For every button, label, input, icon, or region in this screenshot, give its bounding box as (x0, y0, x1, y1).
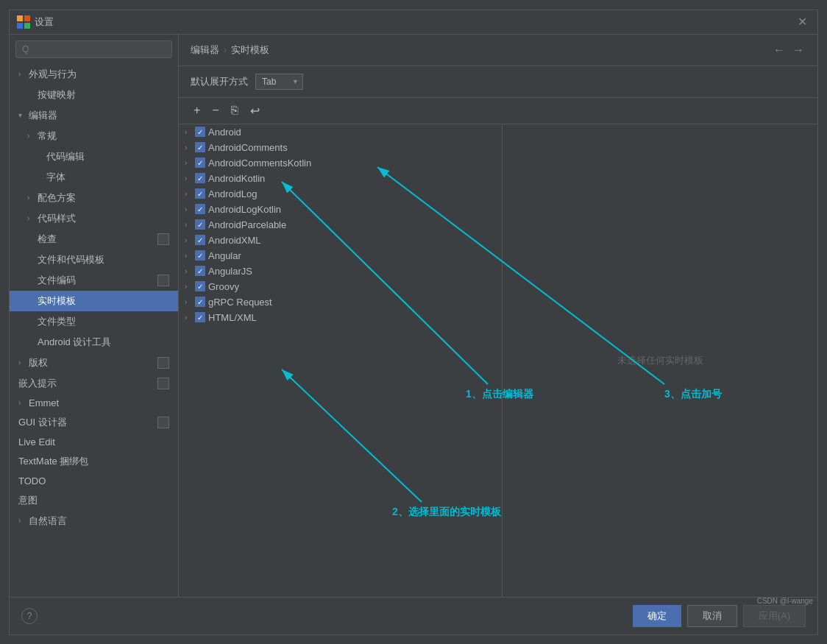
sidebar-item-label: Android 设计工具 (38, 336, 111, 349)
chevron-icon: › (185, 221, 192, 229)
template-item[interactable]: ›✓Angular (179, 248, 502, 263)
chevron-icon: › (18, 70, 26, 78)
cancel-button[interactable]: 取消 (687, 605, 737, 627)
template-checkbox[interactable]: ✓ (195, 158, 205, 168)
sidebar-item-general[interactable]: ›常规 (10, 126, 178, 146)
settings-badge (157, 233, 169, 245)
template-name: Angular (208, 250, 241, 261)
app-icon (17, 15, 30, 29)
bottom-bar: ? 确定 取消 应用(A) (10, 597, 817, 634)
sidebar-item-editor[interactable]: ▾编辑器 (10, 105, 178, 126)
sidebar-item-color-scheme[interactable]: ›配色方案 (10, 188, 178, 208)
template-checkbox[interactable]: ✓ (195, 250, 205, 261)
chevron-icon: › (185, 190, 192, 198)
nav-forward-button[interactable]: → (791, 42, 806, 58)
template-checkbox[interactable]: ✓ (195, 266, 205, 276)
add-button[interactable]: + (191, 102, 203, 118)
settings-row: 默认展开方式 Tab Space Enter (179, 66, 817, 98)
template-items-container: ›✓Android›✓AndroidComments›✓AndroidComme… (179, 124, 502, 325)
sidebar-item-label: 意图 (18, 494, 38, 507)
sidebar-item-label: 文件编码 (38, 274, 76, 287)
sidebar-item-inspections[interactable]: 检查 (10, 229, 178, 250)
sidebar-item-label: Live Edit (18, 436, 55, 447)
template-item[interactable]: ›✓Groovy (179, 279, 502, 294)
template-checkbox[interactable]: ✓ (195, 297, 205, 307)
sidebar-item-appearance[interactable]: ›外观与行为 (10, 64, 178, 85)
content-area: ›外观与行为按键映射▾编辑器›常规代码编辑字体›配色方案›代码样式检查文件和代码… (10, 35, 817, 597)
template-item[interactable]: ›✓AndroidComments (179, 140, 502, 155)
sidebar-item-live-edit[interactable]: Live Edit (10, 433, 178, 451)
dialog-title: 设置 (35, 15, 54, 29)
chevron-icon: › (27, 214, 35, 222)
remove-button[interactable]: − (209, 102, 221, 118)
nav-back-button[interactable]: ← (772, 42, 787, 58)
template-checkbox[interactable]: ✓ (195, 173, 205, 183)
sidebar-item-android-design[interactable]: Android 设计工具 (10, 332, 178, 353)
sidebar-item-gui-designer[interactable]: GUI 设计器 (10, 412, 178, 433)
sidebar-item-file-templates[interactable]: 文件和代码模板 (10, 250, 178, 270)
template-item[interactable]: ›✓gRPC Request (179, 294, 502, 310)
sidebar-item-natural-lang[interactable]: ›自然语言 (10, 511, 178, 531)
sidebar-item-file-encodings[interactable]: 文件编码 (10, 270, 178, 291)
template-item[interactable]: ›✓AngularJS (179, 263, 502, 279)
sidebar-item-label: 文件类型 (38, 315, 76, 328)
template-item[interactable]: ›✓AndroidLogKotlin (179, 202, 502, 217)
template-section: ›✓Android›✓AndroidComments›✓AndroidComme… (179, 124, 503, 597)
sidebar-item-textmate[interactable]: TextMate 捆绑包 (10, 451, 178, 472)
expand-label: 默认展开方式 (191, 75, 248, 88)
expand-select[interactable]: Tab Space Enter (255, 74, 303, 90)
close-button[interactable]: ✕ (795, 15, 810, 29)
template-item[interactable]: ›✓AndroidParcelable (179, 217, 502, 233)
sidebar-item-code-style[interactable]: ›代码样式 (10, 208, 178, 229)
template-item[interactable]: ›✓HTML/XML (179, 310, 502, 325)
sidebar-item-keymap[interactable]: 按键映射 (10, 85, 178, 105)
sidebar-item-todo[interactable]: TODO (10, 472, 178, 490)
chevron-icon: › (185, 159, 192, 167)
template-item[interactable]: ›✓Android (179, 124, 502, 140)
expand-select-wrapper: Tab Space Enter (255, 74, 303, 90)
empty-panel: 未选择任何实时模板 (503, 124, 817, 597)
template-checkbox[interactable]: ✓ (195, 142, 205, 152)
sidebar-item-emmet[interactable]: ›Emmet (10, 394, 178, 412)
template-checkbox[interactable]: ✓ (195, 312, 205, 322)
sidebar-item-live-templates[interactable]: 实时模板 (10, 291, 178, 311)
sidebar-item-label: TODO (18, 475, 46, 486)
template-checkbox[interactable]: ✓ (195, 219, 205, 230)
chevron-icon: › (185, 314, 192, 322)
template-name: AndroidParcelable (208, 219, 286, 230)
sidebar-item-embedded-prompts[interactable]: 嵌入提示 (10, 373, 178, 394)
sidebar-item-label: 实时模板 (38, 294, 76, 308)
template-checkbox[interactable]: ✓ (195, 235, 205, 245)
sidebar-item-label: 字体 (46, 171, 65, 184)
chevron-icon: › (185, 298, 192, 306)
template-checkbox[interactable]: ✓ (195, 188, 205, 199)
ok-button[interactable]: 确定 (633, 605, 681, 627)
reset-button[interactable]: ↩ (247, 102, 263, 119)
sidebar-item-label: 外观与行为 (29, 68, 77, 81)
template-item[interactable]: ›✓AndroidLog (179, 186, 502, 202)
sidebar-item-copyright[interactable]: ›版权 (10, 353, 178, 373)
sidebar-item-font[interactable]: 字体 (10, 167, 178, 188)
sidebar-item-file-types[interactable]: 文件类型 (10, 311, 178, 332)
sidebar-item-intentions[interactable]: 意图 (10, 490, 178, 511)
template-name: Groovy (208, 281, 239, 292)
help-button[interactable]: ? (21, 608, 38, 624)
template-item[interactable]: ›✓AndroidCommentsKotlin (179, 155, 502, 171)
search-input[interactable] (15, 40, 172, 58)
sidebar-item-label: 代码样式 (38, 212, 76, 225)
main-split: ›✓Android›✓AndroidComments›✓AndroidComme… (179, 124, 817, 597)
template-checkbox[interactable]: ✓ (195, 127, 205, 137)
title-bar: 设置 ✕ (10, 10, 817, 35)
template-item[interactable]: ›✓AndroidXML (179, 233, 502, 248)
svg-rect-3 (24, 23, 30, 29)
template-item[interactable]: ›✓AndroidKotlin (179, 171, 502, 186)
copy-button[interactable]: ⎘ (228, 102, 241, 118)
sidebar-item-code-editing[interactable]: 代码编辑 (10, 146, 178, 167)
sidebar-item-label: 配色方案 (38, 191, 76, 205)
template-checkbox[interactable]: ✓ (195, 204, 205, 214)
sidebar-item-label: 编辑器 (29, 109, 57, 122)
template-checkbox[interactable]: ✓ (195, 281, 205, 291)
svg-rect-1 (24, 15, 30, 21)
settings-dialog: 设置 ✕ ›外观与行为按键映射▾编辑器›常规代码编辑字体›配色方案›代码样式检查… (9, 10, 818, 635)
apply-button[interactable]: 应用(A) (743, 605, 806, 627)
